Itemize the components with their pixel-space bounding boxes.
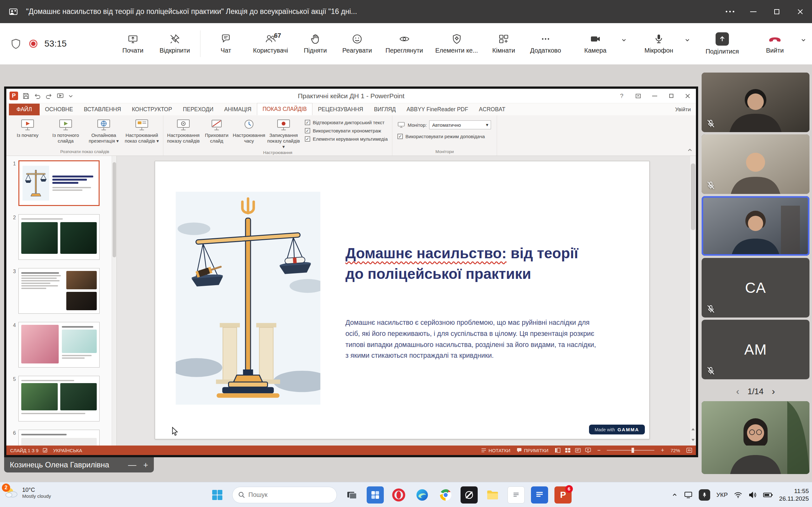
slide-thumbnail-4[interactable]	[18, 322, 100, 368]
tab-design[interactable]: КОНСТРУКТОР	[126, 104, 177, 115]
comments-toggle[interactable]: ПРИМІТКИ	[517, 448, 548, 453]
slide-nav-buttons[interactable]	[690, 424, 696, 446]
zoom-out-icon[interactable]: −	[597, 447, 601, 454]
rooms-button[interactable]: Кімнати	[483, 33, 525, 54]
redo-icon[interactable]	[45, 93, 52, 100]
play-narrations-checkbox[interactable]: ✓ Відтворювати дикторський текст	[305, 120, 388, 125]
ppt-minimize-button[interactable]	[647, 89, 663, 103]
keyboard-language[interactable]: УКР	[716, 492, 728, 498]
tab-review[interactable]: РЕЦЕНЗУВАННЯ	[312, 104, 368, 115]
hide-slide-button[interactable]: Приховати слайд	[201, 117, 232, 144]
blue-app-icon[interactable]	[531, 487, 548, 504]
normal-view-icon[interactable]	[555, 448, 560, 453]
taskbar-search[interactable]	[232, 487, 337, 503]
slideshow-view-icon[interactable]	[585, 448, 591, 453]
window-minimize-button[interactable]	[742, 0, 765, 23]
fit-to-window-icon[interactable]	[687, 448, 692, 453]
camera-button[interactable]: Камера	[571, 33, 619, 54]
undo-icon[interactable]	[34, 93, 41, 100]
start-button[interactable]	[209, 487, 226, 504]
zoom-slider[interactable]	[607, 450, 654, 451]
record-slideshow-button[interactable]: Записування показу слайдів ▾	[266, 117, 301, 150]
slide-body-text[interactable]: Домашнє насильство є серйозною проблемою…	[345, 317, 599, 361]
powerpoint-taskbar-icon[interactable]: P 6	[554, 487, 571, 504]
tab-slideshow[interactable]: ПОКАЗ СЛАЙДІВ	[257, 103, 312, 115]
share-button[interactable]: Поділитися	[699, 32, 746, 55]
battery-icon[interactable]	[763, 492, 773, 498]
meeting-apps-button[interactable]: Елементи ке...	[430, 33, 483, 54]
volume-icon[interactable]	[749, 492, 757, 498]
more-button[interactable]: Додатково	[525, 33, 566, 54]
from-beginning-button[interactable]: Із початку	[9, 117, 46, 138]
ribbon-display-icon[interactable]	[630, 89, 647, 103]
slide-thumbnail-1[interactable]	[18, 160, 100, 206]
previous-page-icon[interactable]: ‹	[736, 386, 740, 397]
setup-slideshow-button[interactable]: Настроювання показу слайдів	[166, 117, 201, 144]
edge-icon[interactable]	[414, 487, 431, 504]
cast-screen-icon[interactable]	[684, 492, 693, 498]
slide-vertical-scrollbar[interactable]	[690, 156, 696, 424]
spellcheck-icon[interactable]	[43, 448, 49, 453]
ppt-close-button[interactable]	[679, 89, 696, 103]
tray-chevron-up-icon[interactable]	[671, 492, 678, 498]
slide-sorter-view-icon[interactable]	[565, 448, 571, 453]
wifi-icon[interactable]	[734, 492, 742, 498]
dark-app-icon[interactable]	[461, 487, 478, 504]
monitor-select[interactable]: Автоматично ▾	[429, 120, 491, 129]
mic-options-chevron-icon[interactable]	[684, 37, 690, 43]
chrome-icon[interactable]	[437, 487, 454, 504]
collapse-ribbon-icon[interactable]	[687, 147, 693, 153]
present-online-button[interactable]: Онлайнова презентація ▾	[85, 117, 122, 144]
start-slideshow-icon[interactable]	[57, 93, 64, 100]
leave-button[interactable]: Вийти	[751, 33, 799, 54]
react-button[interactable]: Реагувати	[336, 33, 378, 54]
participant-initials-tile[interactable]: CA	[702, 258, 809, 318]
rehearse-timings-button[interactable]: Настроювання часу	[233, 117, 265, 144]
active-speaker-video-tile[interactable]	[702, 196, 809, 256]
tab-file[interactable]: ФАЙЛ	[9, 104, 40, 115]
notes-app-icon[interactable]	[507, 487, 525, 504]
task-view-icon[interactable]	[343, 487, 360, 504]
participant-video-tile[interactable]	[702, 72, 809, 132]
participant-video-tile[interactable]	[702, 134, 809, 194]
mic-in-use-indicator-icon[interactable]	[699, 489, 710, 501]
slide-thumbnail-5[interactable]	[18, 376, 100, 421]
chat-button[interactable]: Чат	[205, 33, 247, 54]
tab-transitions[interactable]: ПЕРЕХОДИ	[177, 104, 218, 115]
save-icon[interactable]	[22, 93, 30, 100]
search-input[interactable]	[248, 491, 321, 498]
zoom-in-share-icon[interactable]: +	[143, 460, 148, 470]
use-timings-checkbox[interactable]: ✓ Використовувати хронометраж	[305, 128, 388, 133]
notes-toggle[interactable]: НОТАТКИ	[481, 448, 510, 453]
start-button[interactable]: Почати	[112, 33, 154, 54]
tab-view[interactable]: ВИГЛЯД	[368, 104, 401, 115]
presenter-view-checkbox[interactable]: ✓ Використовувати режим доповідача	[397, 134, 485, 139]
widgets-icon[interactable]	[367, 487, 384, 504]
sign-in-link[interactable]: Увійти	[675, 107, 691, 113]
zoom-level[interactable]: 72%	[670, 448, 680, 453]
tab-animations[interactable]: АНІМАЦІЯ	[219, 104, 257, 115]
tab-abbyy[interactable]: ABBYY FineReader PDF	[401, 104, 473, 115]
next-page-icon[interactable]: ›	[772, 386, 775, 397]
from-current-slide-button[interactable]: Із поточного слайда	[47, 117, 84, 144]
taskbar-clock[interactable]: 11:55 26.11.2025	[779, 487, 809, 503]
reading-view-icon[interactable]	[575, 448, 581, 453]
tab-insert[interactable]: ВСТАВЛЕННЯ	[78, 104, 126, 115]
help-icon[interactable]: ?	[613, 89, 630, 103]
zoom-slider-knob[interactable]	[631, 448, 634, 453]
slide-thumbnail-3[interactable]	[18, 268, 100, 314]
mic-button[interactable]: Мікрофон	[635, 33, 682, 54]
qat-customize-chevron-icon[interactable]	[68, 94, 73, 99]
window-restore-button[interactable]	[765, 0, 789, 23]
unpin-button[interactable]: Відкріпити	[154, 33, 196, 54]
file-explorer-icon[interactable]	[484, 487, 501, 504]
weather-widget[interactable]: 2 10°C Mostly cloudy	[4, 486, 51, 500]
language-indicator[interactable]: УКРАЇНСЬКА	[53, 448, 82, 453]
tab-acrobat[interactable]: ACROBAT	[473, 104, 511, 115]
thumbnail-scrollbar[interactable]	[112, 156, 116, 446]
show-media-controls-checkbox[interactable]: ✓ Елементи керування мультимедіа	[305, 136, 388, 142]
slide-thumbnail-6[interactable]	[18, 430, 100, 446]
ppt-restore-button[interactable]	[663, 89, 679, 103]
zoom-out-share-icon[interactable]: —	[128, 460, 136, 470]
view-button[interactable]: Переглянути	[378, 33, 430, 54]
